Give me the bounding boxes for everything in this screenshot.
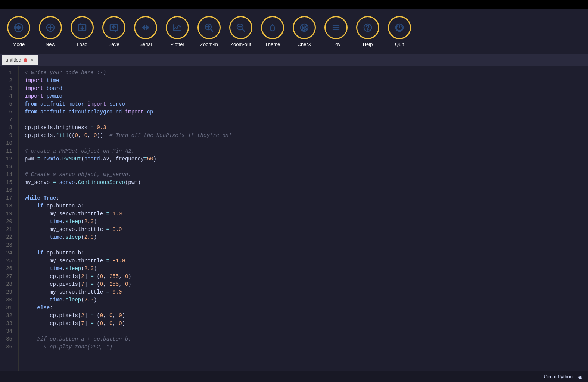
mode-icon bbox=[7, 16, 30, 39]
load-label: Load bbox=[77, 41, 88, 47]
code-content[interactable]: # Write your code here :-) import time i… bbox=[19, 66, 588, 371]
load-button[interactable]: Load bbox=[67, 13, 97, 50]
svg-point-1 bbox=[17, 26, 20, 29]
tidy-button[interactable]: Tidy bbox=[321, 13, 351, 50]
save-label: Save bbox=[108, 41, 119, 47]
help-button[interactable]: Help bbox=[353, 13, 383, 50]
status-text: CircuitPython bbox=[544, 373, 582, 380]
theme-icon bbox=[261, 16, 284, 39]
plotter-label: Plotter bbox=[170, 41, 184, 47]
plotter-button[interactable]: Plotter bbox=[162, 13, 192, 50]
status-bar: CircuitPython bbox=[0, 371, 588, 382]
zoom-out-label: Zoom-out bbox=[230, 41, 251, 47]
new-label: New bbox=[46, 41, 55, 47]
quit-label: Quit bbox=[395, 41, 404, 47]
svg-line-21 bbox=[242, 29, 245, 31]
check-label: Check bbox=[298, 41, 311, 47]
zoom-out-button[interactable]: Zoom-out bbox=[226, 13, 256, 50]
check-button[interactable]: Check bbox=[289, 13, 319, 50]
new-button[interactable]: New bbox=[35, 13, 65, 50]
tidy-icon bbox=[324, 16, 348, 39]
serial-icon bbox=[134, 16, 157, 39]
svg-line-18 bbox=[211, 29, 213, 31]
toolbar: Mode New Load bbox=[0, 9, 588, 54]
theme-label: Theme bbox=[265, 41, 280, 47]
save-icon bbox=[102, 16, 125, 39]
quit-button[interactable]: Quit bbox=[385, 13, 414, 50]
mode-button[interactable]: Mode bbox=[4, 13, 34, 50]
line-numbers: 12345 678910 1112131415 1617181920 21222… bbox=[0, 66, 19, 371]
zoom-in-icon bbox=[197, 16, 221, 39]
gear-icon[interactable] bbox=[576, 373, 582, 380]
tab-modified-dot bbox=[24, 58, 27, 62]
untitled-tab[interactable]: untitled ✕ bbox=[2, 55, 38, 65]
serial-label: Serial bbox=[139, 41, 152, 47]
quit-icon bbox=[388, 16, 411, 39]
theme-button[interactable]: Theme bbox=[258, 13, 287, 50]
zoom-out-icon bbox=[229, 16, 252, 39]
serial-button[interactable]: Serial bbox=[131, 13, 161, 50]
check-icon bbox=[293, 16, 316, 39]
load-icon bbox=[71, 16, 94, 39]
tab-title: untitled bbox=[6, 57, 21, 63]
tab-close-button[interactable]: ✕ bbox=[29, 57, 35, 63]
tab-bar: untitled ✕ bbox=[0, 54, 588, 66]
code-editor[interactable]: 12345 678910 1112131415 1617181920 21222… bbox=[0, 66, 588, 371]
help-label: Help bbox=[363, 41, 373, 47]
zoom-in-button[interactable]: Zoom-in bbox=[194, 13, 224, 50]
svg-rect-2 bbox=[15, 27, 16, 28]
new-icon bbox=[39, 16, 62, 39]
top-bar bbox=[0, 0, 588, 9]
mode-label: Mode bbox=[13, 41, 25, 47]
circuitpython-label: CircuitPython bbox=[544, 374, 573, 379]
zoom-in-label: Zoom-in bbox=[200, 41, 218, 47]
tidy-label: Tidy bbox=[332, 41, 340, 47]
save-button[interactable]: Save bbox=[99, 13, 129, 50]
svg-point-27 bbox=[367, 29, 368, 30]
plotter-icon bbox=[166, 16, 189, 39]
help-icon bbox=[356, 16, 379, 39]
